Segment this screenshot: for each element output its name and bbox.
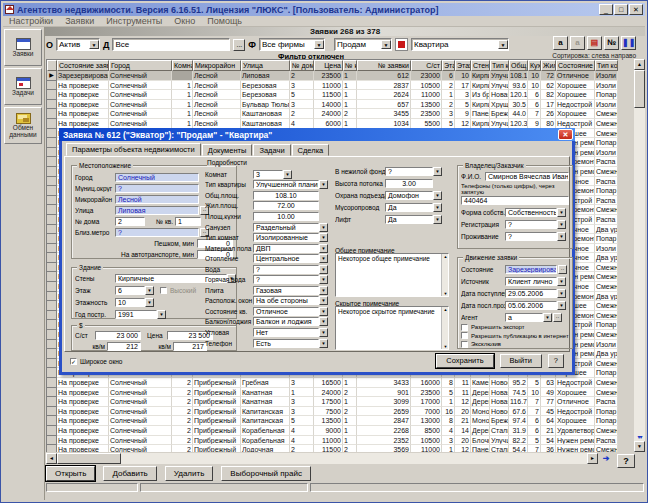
chevron-down-icon[interactable]: ▼ (314, 40, 324, 49)
field-value[interactable]: Домофон (385, 191, 433, 200)
column-header[interactable]: Тип кв. (490, 60, 509, 71)
row-selector[interactable] (47, 330, 57, 340)
row-selector[interactable] (47, 215, 57, 225)
field-value[interactable]: ? (115, 184, 199, 193)
sst-field[interactable]: 23 000 (95, 331, 141, 340)
field-value[interactable]: Собственность (505, 208, 557, 217)
field-value[interactable]: Лесной (115, 195, 199, 204)
table-row[interactable]: На проверкеСолнечный1ЛеснойБульвар Тюльп… (47, 100, 618, 110)
district-input[interactable]: Все (112, 38, 230, 51)
table-row[interactable]: На проверкеСолнечный1ЛеснойКаштановая224… (47, 109, 618, 119)
scroll-left-icon[interactable]: ◄ (46, 453, 57, 464)
field-value[interactable]: Есть (253, 339, 319, 348)
menu-item[interactable]: Заявки (65, 16, 94, 26)
table-row[interactable]: На проверкеСолнечный2ПрибрежныйКорабельн… (47, 436, 618, 446)
flat-number-field[interactable]: 1 (175, 217, 201, 226)
field-value[interactable]: ? (385, 167, 433, 176)
house-number-field[interactable]: 2 (115, 217, 145, 226)
vscroll-thumb[interactable] (634, 70, 645, 108)
column-header[interactable]: Этаж (442, 60, 455, 71)
deal-type-combo[interactable]: Продам ▼ (334, 38, 392, 51)
field-value[interactable]: Нет (253, 328, 319, 337)
checkbox-checked-icon[interactable]: ✓ (70, 358, 77, 365)
wide-window-checkbox[interactable]: ✓ Широкое окно (70, 358, 122, 365)
dialog-help-button[interactable]: ? (548, 354, 564, 368)
field-value[interactable]: Улучшенной планиров (253, 180, 319, 189)
chevron-down-icon[interactable]: ▼ (319, 180, 328, 189)
scroll-jump-icon[interactable]: ▾▾ (634, 433, 645, 440)
row-selector[interactable] (47, 90, 57, 100)
chevron-down-icon[interactable]: ▼ (145, 298, 154, 307)
row-selector[interactable] (47, 378, 57, 388)
field-value[interactable]: 108.10 (253, 191, 319, 200)
chevron-down-icon[interactable]: ▼ (433, 215, 442, 224)
row-selector[interactable] (47, 186, 57, 196)
table-row[interactable]: ▶ЗарезервированоСолнечныйЛеснойЛиповая22… (47, 71, 618, 81)
column-header[interactable]: Улица (241, 60, 290, 71)
row-selector[interactable]: ▶ (47, 71, 57, 81)
note-text[interactable]: Некоторое общее примечание (335, 253, 449, 297)
row-selector[interactable] (47, 196, 57, 206)
row-selector[interactable] (47, 119, 57, 129)
field-value[interactable]: 3 (253, 170, 283, 179)
field-value[interactable]: 6 (115, 286, 145, 295)
field-value[interactable]: 3.00 (385, 179, 433, 188)
column-header[interactable]: Кух. (528, 60, 541, 71)
next-record-icon[interactable]: ➔ (599, 453, 613, 465)
row-selector[interactable] (47, 148, 57, 158)
column-header[interactable]: Микрорайон (193, 60, 241, 71)
table-row[interactable]: На проверкеСолнечный2ПрибрежныйКапитанск… (47, 407, 618, 417)
chevron-down-icon[interactable]: ▼ (89, 40, 99, 49)
note-scrollbar[interactable] (441, 254, 448, 296)
row-selector[interactable] (47, 244, 57, 254)
row-selector[interactable] (47, 397, 57, 407)
active-filter-combo[interactable]: Актив ▼ (56, 38, 100, 51)
minimize-button[interactable]: _ (599, 4, 613, 15)
chevron-down-icon[interactable]: ▼ (319, 296, 328, 305)
chevron-down-icon[interactable]: ▼ (557, 232, 566, 241)
row-selector[interactable] (47, 157, 57, 167)
chevron-down-icon[interactable]: ▼ (557, 289, 566, 298)
scroll-down-icon[interactable]: ▼ (634, 441, 645, 452)
checkbox-icon[interactable] (461, 324, 468, 331)
field-value[interactable]: ? (115, 228, 199, 237)
row-selector[interactable] (47, 388, 57, 398)
menu-item[interactable]: Настройки (9, 16, 53, 26)
chevron-down-icon[interactable]: ▼ (319, 339, 328, 348)
row-selector[interactable] (47, 100, 57, 110)
column-header[interactable]: Жил. (541, 60, 556, 71)
column-header[interactable]: Город (109, 60, 172, 71)
field-value[interactable]: ? (505, 232, 557, 241)
row-selector[interactable] (47, 109, 57, 119)
field-value[interactable]: Клиент лично (505, 277, 557, 286)
district-browse-button[interactable]: ... (233, 39, 245, 51)
chevron-down-icon[interactable]: ▼ (433, 167, 442, 176)
column-header[interactable]: № заявки (357, 60, 411, 71)
column-header[interactable]: Тип ко (595, 60, 618, 71)
browse-button[interactable]: .. (553, 313, 562, 322)
chevron-down-icon[interactable]: ▼ (319, 223, 328, 232)
row-selector[interactable] (47, 311, 57, 321)
chevron-down-icon[interactable]: ▼ (557, 220, 566, 229)
field-value[interactable]: Липовая (115, 206, 199, 215)
menu-item[interactable]: Окно (174, 16, 195, 26)
row-selector[interactable] (47, 426, 57, 436)
table-row[interactable]: На проверкеСолнечный1ЛеснойБерезовая3110… (47, 81, 618, 91)
column-header[interactable]: Состояние кв (556, 60, 595, 71)
close-button[interactable]: ✕ (629, 4, 643, 15)
help-button[interactable]: ? (617, 454, 635, 468)
row-selector[interactable] (47, 225, 57, 235)
row-selector[interactable] (47, 320, 57, 330)
vertical-scrollbar[interactable]: ▲ ▾▾ ▼ (634, 59, 645, 452)
font-a-button[interactable]: а (553, 36, 568, 50)
chevron-down-icon[interactable]: ▼ (498, 40, 508, 49)
table-row[interactable]: На проверкеСолнечный2ПрибрежныйКорабельн… (47, 426, 618, 436)
tab-1[interactable]: Параметры объекта недвижимости (66, 143, 201, 156)
sidebar-item[interactable]: Задачи (4, 68, 42, 105)
row-selector[interactable] (47, 407, 57, 417)
checkbox-icon[interactable] (160, 287, 167, 294)
chevron-down-icon[interactable]: ▼ (319, 328, 328, 337)
note-scrollbar[interactable] (441, 307, 448, 349)
field-value[interactable]: Газовая (253, 286, 319, 295)
chevron-down-icon[interactable]: ▼ (381, 40, 391, 49)
